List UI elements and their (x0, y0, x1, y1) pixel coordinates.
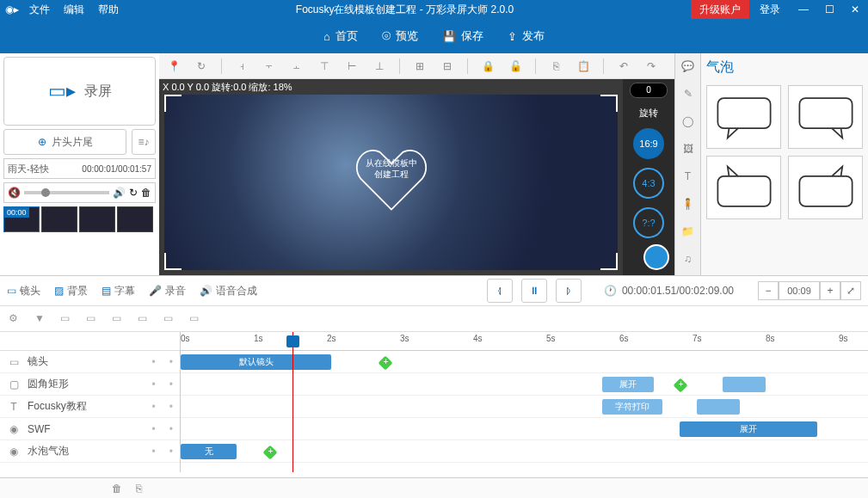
undo-icon[interactable]: ↶ (616, 58, 631, 74)
image-icon[interactable]: 🖼 (680, 141, 696, 157)
upgrade-button[interactable]: 升级账户 (691, 0, 749, 19)
shot-tab[interactable]: ▭镜头 (7, 284, 40, 298)
align-center-icon[interactable]: ⫟ (262, 58, 277, 74)
keyframe[interactable] (674, 378, 688, 393)
tool-4-icon[interactable]: ▭ (138, 312, 151, 326)
timeline-clip[interactable]: 默认镜头 (181, 354, 331, 370)
maximize-button[interactable]: ☐ (816, 3, 842, 15)
rotate-input[interactable]: 0 (630, 83, 668, 98)
next-frame-button[interactable]: ⦊ (556, 279, 582, 303)
menu-help[interactable]: 帮助 (98, 3, 119, 17)
volume-icon[interactable]: 🔊 (113, 187, 126, 199)
keyframe[interactable] (263, 446, 278, 460)
tool-6-icon[interactable]: ▭ (189, 312, 203, 326)
track-label[interactable]: ▢圆角矩形•• (0, 373, 180, 396)
music-icon[interactable]: ♫ (680, 251, 696, 267)
head-tail-button[interactable]: ⊕片头片尾 (3, 129, 126, 155)
preview-button[interactable]: ⦾预览 (382, 28, 418, 44)
copy-icon[interactable]: ⎘ (548, 58, 563, 74)
pause-button[interactable]: ⏸ (521, 279, 547, 303)
align-left-icon[interactable]: ⫞ (234, 58, 249, 74)
align-middle-icon[interactable]: ⊢ (344, 58, 360, 74)
menu-file[interactable]: 文件 (29, 3, 50, 17)
publish-button[interactable]: ⇪发布 (508, 28, 545, 44)
scene-thumb-3[interactable] (79, 206, 115, 232)
tts-tab[interactable]: 🔊语音合成 (200, 284, 257, 298)
bubble-2[interactable] (788, 85, 863, 149)
trash-icon[interactable]: 🗑 (112, 483, 122, 495)
ratio-4-3[interactable]: 4:3 (633, 168, 664, 199)
bubble-4[interactable] (788, 156, 863, 219)
track-row[interactable]: 展开 (181, 418, 868, 440)
pencil-icon[interactable]: ✎ (680, 86, 696, 101)
track-label[interactable]: ◉SWF•• (0, 418, 180, 440)
scene-thumb-1[interactable]: 00:00 (3, 206, 40, 232)
rotate-icon[interactable]: ↻ (194, 58, 209, 74)
list-button[interactable]: ≡♪ (132, 129, 156, 155)
unlock-icon[interactable]: 🔓 (508, 58, 523, 74)
bg-tab[interactable]: ▨背景 (54, 284, 88, 298)
lock-icon[interactable]: 🔒 (480, 58, 496, 74)
tool-3-icon[interactable]: ▭ (112, 312, 126, 326)
align-top-icon[interactable]: ⊤ (317, 58, 332, 74)
minimize-button[interactable]: — (791, 3, 816, 15)
chat-bubble-icon[interactable]: 💬 (680, 58, 696, 74)
folder-icon[interactable]: 📁 (680, 224, 696, 239)
record-button[interactable]: ▭▸ 录屏 (3, 57, 156, 126)
keyframe[interactable] (379, 356, 393, 371)
align-right-icon[interactable]: ⫠ (289, 58, 305, 74)
scene-thumb-2[interactable] (41, 206, 77, 232)
timeline-clip[interactable] (723, 377, 766, 392)
filter-icon[interactable]: ▼ (34, 312, 48, 326)
track-label[interactable]: ▭镜头•• (0, 351, 180, 373)
mute-icon[interactable]: 🔇 (8, 187, 21, 199)
tool-5-icon[interactable]: ▭ (163, 312, 177, 326)
tool-1-icon[interactable]: ▭ (60, 312, 74, 326)
audio-track-name[interactable]: 雨天-轻快 00:00:01/00:01:57 (3, 158, 156, 179)
bubble-3[interactable] (706, 156, 781, 219)
close-button[interactable]: ✕ (842, 3, 868, 15)
record-audio-tab[interactable]: 🎤录音 (149, 284, 186, 298)
settings-icon[interactable]: ⚙ (9, 312, 22, 326)
tool-2-icon[interactable]: ▭ (86, 312, 100, 326)
align-bottom-icon[interactable]: ⊥ (372, 58, 387, 74)
timeline-clip[interactable]: 无 (181, 444, 237, 459)
duplicate-icon[interactable]: ⎘ (136, 483, 142, 495)
shape-icon[interactable]: ◯ (680, 114, 696, 129)
ratio-16-9[interactable]: 16:9 (633, 128, 664, 159)
marker-icon[interactable]: 📍 (166, 58, 182, 74)
group-icon[interactable]: ⊞ (412, 58, 428, 74)
track-label[interactable]: ◉水泡气泡•• (0, 440, 180, 463)
person-icon[interactable]: 🧍 (680, 196, 696, 212)
login-button[interactable]: 登录 (749, 3, 791, 17)
volume-slider[interactable] (24, 191, 109, 194)
track-row[interactable]: 展开 (181, 373, 868, 396)
ratio-custom[interactable]: ?:? (633, 207, 664, 238)
home-button[interactable]: ⌂首页 (323, 28, 358, 44)
track-row[interactable]: 默认镜头 (181, 351, 868, 373)
timeline-clip[interactable]: 字符打印 (602, 399, 662, 415)
playhead[interactable] (292, 332, 293, 472)
canvas[interactable]: 从在线模板中创建工程 (164, 95, 618, 270)
loop-icon[interactable]: ↻ (129, 187, 138, 199)
fit-button[interactable]: ⤢ (840, 281, 861, 300)
scene-thumb-4[interactable] (117, 206, 153, 232)
paste-icon[interactable]: 📋 (576, 58, 591, 74)
track-label[interactable]: TFocusky教程•• (0, 396, 180, 418)
redo-icon[interactable]: ↷ (643, 58, 659, 74)
text-icon[interactable]: T (680, 169, 696, 184)
bubble-1[interactable] (706, 85, 781, 149)
timeline-clip[interactable] (697, 399, 740, 415)
timeline-clip[interactable]: 展开 (680, 421, 817, 437)
save-button[interactable]: 💾保存 (442, 28, 483, 44)
track-row[interactable]: 字符打印 (181, 396, 868, 418)
prev-frame-button[interactable]: ⦉ (487, 279, 513, 303)
track-row[interactable]: 无 (181, 440, 868, 463)
menu-edit[interactable]: 编辑 (64, 3, 84, 17)
zoom-out-button[interactable]: − (758, 281, 779, 300)
nav-circle[interactable] (643, 244, 669, 270)
zoom-in-button[interactable]: + (820, 281, 840, 300)
timeline-clip[interactable]: 展开 (602, 377, 654, 392)
ungroup-icon[interactable]: ⊟ (440, 58, 455, 74)
subtitle-tab[interactable]: ▤字幕 (102, 284, 135, 298)
